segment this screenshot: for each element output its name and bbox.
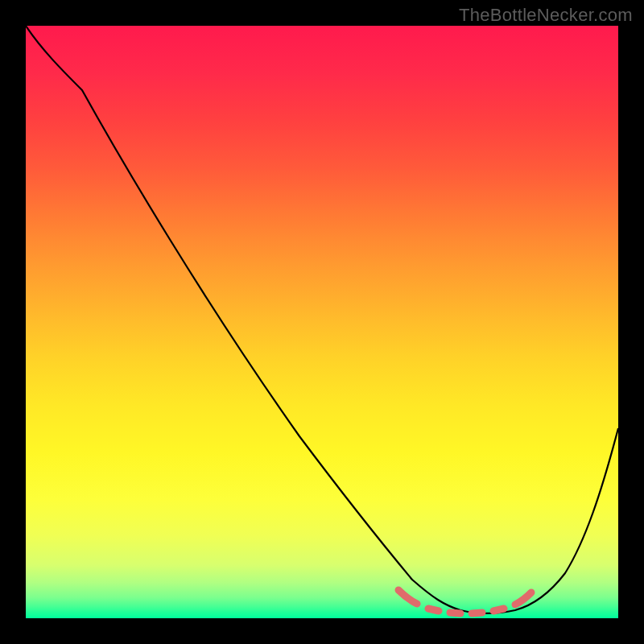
bottleneck-curve-line: [26, 26, 618, 613]
chart-svg: [26, 26, 618, 618]
chart-frame: TheBottleNecker.com: [0, 0, 644, 644]
watermark-text: TheBottleNecker.com: [459, 5, 633, 26]
optimal-range-markers: [398, 590, 531, 613]
plot-area: [26, 26, 618, 618]
